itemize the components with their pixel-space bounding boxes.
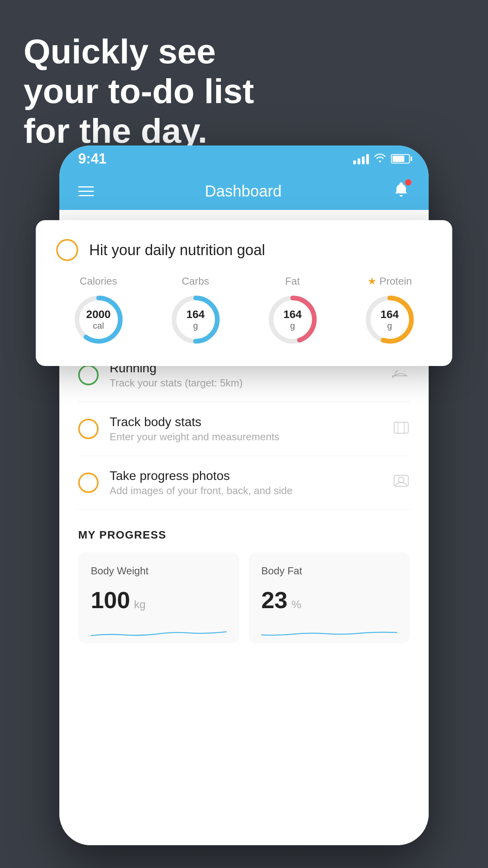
notification-bell-icon[interactable] bbox=[393, 181, 410, 202]
star-icon: ★ bbox=[367, 275, 376, 287]
svg-rect-0 bbox=[394, 422, 408, 433]
progress-title: MY PROGRESS bbox=[78, 529, 410, 541]
status-time: 9:41 bbox=[78, 151, 106, 167]
carbs-value: 164 bbox=[186, 309, 205, 321]
header-title: Dashboard bbox=[205, 182, 282, 200]
stat-protein: ★ Protein 164 g bbox=[362, 275, 417, 347]
person-photo-icon bbox=[393, 472, 410, 493]
todo-item-body-stats[interactable]: Track body stats Enter your weight and m… bbox=[78, 402, 410, 456]
todo-sub-photos: Add images of your front, back, and side bbox=[110, 485, 382, 497]
protein-donut: 164 g bbox=[362, 292, 417, 347]
stat-fat: Fat 164 g bbox=[265, 275, 320, 347]
todo-sub-body-stats: Enter your weight and measurements bbox=[110, 431, 382, 443]
fat-value: 164 bbox=[283, 309, 302, 321]
carbs-unit: g bbox=[186, 320, 205, 331]
shoe-icon bbox=[391, 366, 410, 384]
scale-icon bbox=[393, 418, 410, 440]
carbs-donut: 164 g bbox=[168, 292, 223, 347]
notification-dot bbox=[405, 179, 411, 186]
calories-label: Calories bbox=[80, 275, 117, 287]
calories-value: 2000 bbox=[86, 309, 110, 321]
body-weight-unit: kg bbox=[134, 598, 146, 611]
body-weight-value: 100 bbox=[91, 587, 130, 614]
fat-donut: 164 g bbox=[265, 292, 320, 347]
headline-line1: Quickly see bbox=[24, 31, 254, 71]
nutrition-card-title: Hit your daily nutrition goal bbox=[89, 242, 265, 259]
protein-value: 164 bbox=[380, 309, 399, 321]
weight-sparkline bbox=[91, 620, 227, 644]
body-fat-label: Body Fat bbox=[261, 565, 397, 577]
stat-carbs: Carbs 164 g bbox=[168, 275, 223, 347]
calories-unit: cal bbox=[86, 320, 110, 331]
progress-card-fat: Body Fat 23 % bbox=[249, 552, 410, 644]
app-header: Dashboard bbox=[59, 172, 429, 210]
nutrition-card: Hit your daily nutrition goal Calories 2… bbox=[36, 220, 452, 366]
status-icons bbox=[353, 153, 410, 166]
stat-calories: Calories 2000 cal bbox=[71, 275, 126, 347]
progress-card-weight: Body Weight 100 kg bbox=[78, 552, 239, 644]
headline: Quickly see your to-do list for the day. bbox=[24, 31, 254, 151]
battery-icon bbox=[391, 154, 410, 164]
body-fat-unit: % bbox=[292, 598, 301, 611]
todo-name-body-stats: Track body stats bbox=[110, 415, 382, 429]
progress-section: MY PROGRESS Body Weight 100 kg Body F bbox=[59, 510, 429, 644]
todo-name-photos: Take progress photos bbox=[110, 469, 382, 483]
todo-item-photos[interactable]: Take progress photos Add images of your … bbox=[78, 456, 410, 510]
fat-unit: g bbox=[283, 320, 302, 331]
nutrition-checkbox[interactable] bbox=[56, 239, 78, 261]
nutrition-stats: Calories 2000 cal Carbs bbox=[56, 275, 432, 347]
signal-icon bbox=[353, 153, 369, 164]
wifi-icon bbox=[374, 153, 386, 166]
progress-cards: Body Weight 100 kg Body Fat 23 bbox=[78, 552, 410, 644]
svg-point-4 bbox=[398, 477, 404, 483]
carbs-label: Carbs bbox=[182, 275, 209, 287]
headline-line2: your to-do list bbox=[24, 71, 254, 111]
body-fat-value: 23 bbox=[261, 587, 288, 614]
protein-label: ★ Protein bbox=[367, 275, 412, 287]
protein-unit: g bbox=[380, 320, 399, 331]
headline-line3: for the day. bbox=[24, 111, 254, 151]
calories-donut: 2000 cal bbox=[71, 292, 126, 347]
todo-circle-running bbox=[78, 365, 99, 385]
fat-sparkline bbox=[261, 620, 397, 644]
todo-sub-running: Track your stats (target: 5km) bbox=[110, 377, 380, 389]
hamburger-menu[interactable] bbox=[78, 186, 94, 196]
todo-circle-body-stats bbox=[78, 419, 99, 439]
status-bar: 9:41 bbox=[59, 145, 429, 172]
todo-circle-photos bbox=[78, 473, 99, 493]
body-weight-label: Body Weight bbox=[91, 565, 227, 577]
fat-label: Fat bbox=[285, 275, 300, 287]
